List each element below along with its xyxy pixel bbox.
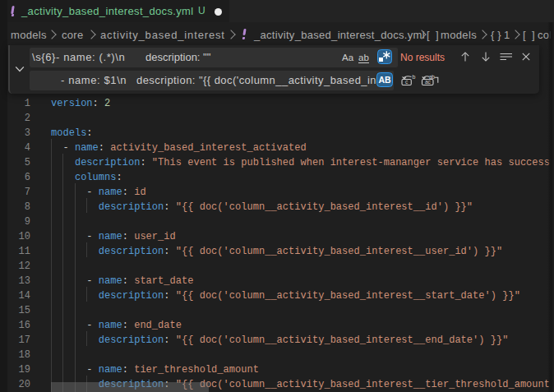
svg-text:c: c — [405, 79, 409, 85]
svg-text:ab: ab — [429, 74, 435, 80]
svg-text:ac: ac — [425, 79, 431, 85]
svg-text:b: b — [413, 74, 416, 80]
